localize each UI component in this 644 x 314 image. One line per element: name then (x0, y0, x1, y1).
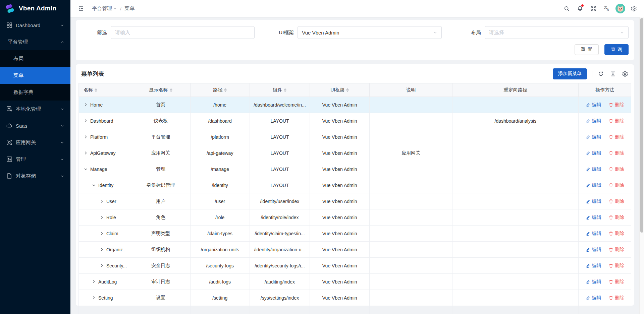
edit-link[interactable]: 编辑 (586, 263, 601, 269)
logo[interactable]: Vben Admin (0, 0, 70, 17)
refresh-icon[interactable] (597, 70, 604, 77)
column-header-组件[interactable]: 组件 (250, 83, 310, 97)
table-row[interactable]: Manage管理/manageLAYOUTVue Vben Admin编辑删除 (79, 161, 631, 177)
vertical-scrollbar[interactable] (639, 17, 644, 314)
sidebar-item-dashboard[interactable]: Dashboard (0, 17, 70, 34)
sort-carets-icon[interactable] (224, 88, 227, 92)
sidebar-item-saas[interactable]: Saas (0, 117, 70, 134)
sidebar-item-layout[interactable]: 布局 (0, 50, 70, 67)
search-search-icon[interactable] (561, 3, 572, 14)
edit-link[interactable]: 编辑 (586, 295, 601, 301)
edit-link[interactable]: 编辑 (586, 150, 601, 156)
filter-keyword-input[interactable]: 请输入 (111, 26, 255, 39)
column-settings-gear-icon[interactable] (622, 70, 629, 77)
row-actions: 编辑删除 (581, 198, 628, 204)
delete-link[interactable]: 删除 (608, 150, 624, 156)
edit-link[interactable]: 编辑 (586, 118, 601, 124)
ui-framework-select[interactable]: Vue Vben Admin (298, 26, 441, 39)
notification-bell-icon[interactable] (574, 3, 586, 14)
delete-link[interactable]: 删除 (608, 279, 624, 285)
fullscreen-fullscreen-icon[interactable] (588, 3, 599, 14)
edit-link[interactable]: 编辑 (586, 214, 601, 221)
delete-link[interactable]: 删除 (608, 118, 624, 124)
column-header-路径[interactable]: 路径 (190, 83, 250, 97)
row-height-icon[interactable] (609, 70, 616, 77)
tree-expand-icon[interactable] (100, 247, 104, 252)
tree-expand-icon[interactable] (84, 103, 88, 107)
table-row[interactable]: Home首页/home/dashboard/welcome/in...Vue V… (79, 97, 631, 113)
sidebar-item-localization[interactable]: 本地化管理 (0, 101, 70, 117)
chevron-down-icon (620, 30, 624, 35)
delete-link[interactable]: 删除 (608, 214, 624, 221)
sidebar-item-data-dictionary[interactable]: 数据字典 (0, 84, 70, 101)
sidebar-fold-icon[interactable] (75, 3, 87, 14)
sidebar-item-api-gateway[interactable]: 应用网关 (0, 134, 70, 151)
tree-expand-icon[interactable] (92, 296, 96, 300)
tree-collapse-icon[interactable] (92, 183, 96, 187)
cell-display-name: 组织机构 (131, 242, 190, 258)
sidebar-item-object-storage[interactable]: 对象存储 (0, 168, 70, 184)
delete-link[interactable]: 删除 (608, 263, 624, 269)
edit-link[interactable]: 编辑 (586, 166, 601, 172)
edit-link[interactable]: 编辑 (586, 247, 601, 253)
edit-link[interactable]: 编辑 (586, 231, 601, 237)
edit-link[interactable]: 编辑 (586, 279, 601, 285)
edit-link[interactable]: 编辑 (586, 102, 601, 108)
delete-link[interactable]: 删除 (608, 166, 624, 172)
column-header-名称[interactable]: 名称 (79, 83, 131, 97)
tree-expand-icon[interactable] (100, 215, 104, 219)
scrollbar-thumb[interactable] (640, 18, 643, 233)
delete-trash-icon (608, 134, 613, 139)
table-row[interactable]: Platform平台管理/platformLAYOUTVue Vben Admi… (79, 129, 631, 145)
translate-translate-icon[interactable]: 文A (601, 3, 612, 14)
table-row[interactable]: Setting设置/setting/sys/settings/indexVue … (79, 290, 631, 306)
tree-expand-icon[interactable] (84, 135, 88, 139)
edit-link[interactable]: 编辑 (586, 198, 601, 204)
edit-link[interactable]: 编辑 (586, 182, 601, 188)
table-row[interactable]: ApiGateway应用网关/api-gatewayLAYOUTVue Vben… (79, 145, 631, 161)
search-button[interactable]: 查询 (604, 44, 629, 55)
sidebar-item-platform-management[interactable]: 平台管理 (0, 34, 70, 50)
column-header-UI框架[interactable]: UI框架 (310, 83, 370, 97)
edit-link[interactable]: 编辑 (586, 134, 601, 140)
tree-collapse-icon[interactable] (84, 167, 88, 171)
delete-link[interactable]: 删除 (608, 102, 624, 108)
sort-carets-icon[interactable] (170, 88, 172, 92)
table-row[interactable]: AuditLog审计日志/audit-logs/auditing/indexVu… (79, 274, 631, 290)
table-row[interactable]: Dashboard仪表板/dashboardLAYOUTVue Vben Adm… (79, 113, 631, 129)
settings-gear-icon[interactable] (628, 3, 639, 14)
sidebar-item-menu[interactable]: 菜单 (0, 67, 70, 84)
sort-carets-icon[interactable] (284, 88, 286, 92)
add-menu-button[interactable]: 添加新菜单 (553, 68, 587, 79)
delete-link[interactable]: 删除 (608, 231, 624, 237)
cell-display-name: 设置 (131, 290, 190, 306)
delete-link[interactable]: 删除 (608, 134, 624, 140)
table-row[interactable]: User用户/user/identity/user/indexVue Vben … (79, 193, 631, 209)
sidebar-item-manage[interactable]: 管理 (0, 151, 70, 168)
column-header-显示名称[interactable]: 显示名称 (131, 83, 190, 97)
tree-expand-icon[interactable] (92, 279, 96, 284)
avatar[interactable] (614, 3, 626, 14)
sort-asc-caret (95, 88, 97, 90)
table-row[interactable]: Organiz...组织机构/organization-units/identi… (79, 242, 631, 258)
table-row[interactable]: Identity身份标识管理/identityLAYOUTVue Vben Ad… (79, 177, 631, 193)
tree-expand-icon[interactable] (100, 199, 104, 203)
delete-link[interactable]: 删除 (608, 182, 624, 188)
reset-button[interactable]: 重置 (575, 44, 599, 55)
delete-link[interactable]: 删除 (608, 247, 624, 253)
breadcrumb-root[interactable]: 平台管理 (92, 5, 117, 12)
sort-carets-icon[interactable] (346, 88, 349, 92)
table-row[interactable]: Role角色/role/identity/role/indexVue Vben … (79, 209, 631, 226)
tree-expand-icon[interactable] (84, 119, 88, 123)
delete-link[interactable]: 删除 (608, 295, 624, 301)
tree-expand-icon[interactable] (84, 151, 88, 155)
delete-link[interactable]: 删除 (608, 198, 624, 204)
tree-expand-icon[interactable] (100, 263, 104, 268)
sort-carets-icon[interactable] (95, 88, 97, 92)
layout-select[interactable]: 请选择 (485, 26, 629, 39)
table-row[interactable]: Security...安全日志/security-logs/identity/s… (79, 258, 631, 274)
column-header-重定向路径: 重定向路径 (452, 83, 579, 97)
tree-expand-icon[interactable] (100, 231, 104, 236)
table-row[interactable]: Claim声明类型/claim-types/identity/claim-typ… (79, 226, 631, 242)
cell-description (370, 113, 452, 129)
